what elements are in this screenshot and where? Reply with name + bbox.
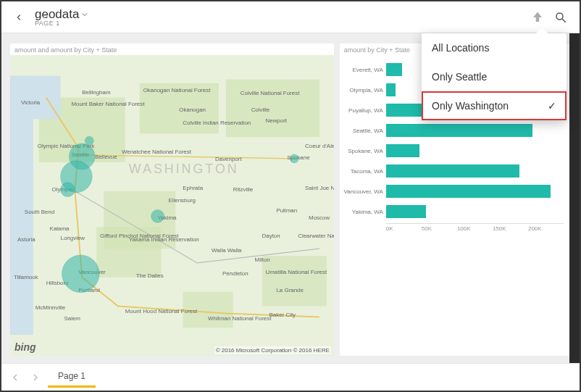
page-tab[interactable]: Page 1 bbox=[48, 367, 96, 388]
search-icon[interactable] bbox=[549, 6, 572, 29]
svg-text:Ephrata: Ephrata bbox=[183, 185, 203, 191]
svg-text:Davenport: Davenport bbox=[215, 156, 242, 162]
check-icon: ✓ bbox=[548, 100, 556, 112]
svg-text:Whitman National Forest: Whitman National Forest bbox=[208, 315, 272, 322]
dropdown-item-all[interactable]: All Locations bbox=[422, 33, 567, 62]
bubble-olympia bbox=[61, 183, 75, 197]
svg-text:The Dalles: The Dalles bbox=[136, 272, 164, 279]
map-area[interactable]: WASHINGTON Bellingham Okanogan National … bbox=[10, 55, 334, 356]
svg-text:Bellingham: Bellingham bbox=[82, 89, 111, 96]
bar-row: Vancouver, WA bbox=[343, 183, 564, 200]
dropdown-label: All Locations bbox=[432, 42, 489, 54]
prev-page-button[interactable] bbox=[7, 370, 23, 385]
dropdown-pointer bbox=[536, 28, 548, 33]
svg-text:Milton: Milton bbox=[255, 257, 270, 263]
svg-text:Mount Hood National Forest: Mount Hood National Forest bbox=[125, 308, 198, 314]
header: geodata PAGE 1 bbox=[1, 1, 580, 33]
svg-rect-8 bbox=[262, 256, 327, 306]
svg-text:Kalama: Kalama bbox=[50, 225, 70, 232]
svg-text:Baker City: Baker City bbox=[269, 312, 296, 318]
svg-text:Yakama Indian Reservation: Yakama Indian Reservation bbox=[129, 236, 199, 243]
svg-text:Coeur d'Alene National Forest: Coeur d'Alene National Forest bbox=[305, 143, 334, 149]
svg-text:Wenatchee National Forest: Wenatchee National Forest bbox=[122, 149, 192, 155]
back-button[interactable] bbox=[9, 7, 29, 28]
map-svg: WASHINGTON Bellingham Okanogan National … bbox=[10, 55, 334, 356]
bubble-yakima bbox=[151, 209, 164, 222]
svg-text:Moscow: Moscow bbox=[309, 214, 330, 221]
bar-fill bbox=[386, 144, 420, 157]
bar-row: Spokane, WA bbox=[343, 142, 564, 159]
location-filter-dropdown: All Locations Only Seattle Only Washingt… bbox=[422, 33, 567, 120]
svg-text:Victoria: Victoria bbox=[21, 99, 41, 106]
map-attribution: © 2016 Microsoft Corporation © 2016 HERE bbox=[214, 346, 331, 354]
svg-text:Ellensburg: Ellensburg bbox=[168, 197, 196, 204]
svg-text:La Grande: La Grande bbox=[276, 287, 304, 293]
svg-rect-5 bbox=[226, 80, 319, 137]
svg-rect-11 bbox=[10, 76, 61, 120]
svg-text:Okanogan National Forest: Okanogan National Forest bbox=[143, 87, 211, 93]
svg-text:Tillamook: Tillamook bbox=[14, 274, 38, 280]
map-title: amount and amount by City + State bbox=[10, 43, 334, 55]
svg-text:Umatilla National Forest: Umatilla National Forest bbox=[265, 269, 327, 275]
footer: Page 1 bbox=[1, 363, 580, 391]
bubble-everett bbox=[85, 136, 93, 145]
svg-text:Newport: Newport bbox=[265, 117, 287, 124]
title-block[interactable]: geodata PAGE 1 bbox=[35, 8, 88, 27]
report-title: geodata bbox=[35, 8, 79, 20]
filter-icon[interactable] bbox=[526, 6, 549, 29]
svg-text:Dayton: Dayton bbox=[262, 233, 280, 239]
bar-fill bbox=[386, 164, 519, 178]
dropdown-item-washington[interactable]: Only Washington ✓ bbox=[422, 91, 567, 120]
svg-text:McMinnville: McMinnville bbox=[35, 304, 66, 311]
right-panel-edge bbox=[569, 33, 580, 363]
svg-text:South Bend: South Bend bbox=[25, 209, 54, 215]
next-page-button[interactable] bbox=[28, 370, 43, 385]
bar-row: Seattle, WA bbox=[343, 122, 564, 139]
svg-text:Walla Walla: Walla Walla bbox=[212, 247, 242, 254]
svg-text:Colville: Colville bbox=[251, 107, 270, 113]
page-subtitle: PAGE 1 bbox=[35, 20, 88, 27]
svg-text:Ritzville: Ritzville bbox=[233, 186, 254, 193]
svg-text:Colville Indian Reservation: Colville Indian Reservation bbox=[183, 120, 251, 126]
svg-text:Pendleton: Pendleton bbox=[222, 270, 248, 277]
bar-fill bbox=[386, 63, 402, 76]
bar-row: Tacoma, WA bbox=[343, 162, 564, 180]
dropdown-item-seattle[interactable]: Only Seattle bbox=[422, 62, 567, 91]
svg-point-0 bbox=[556, 13, 563, 20]
x-axis: 0K 50K 100K 150K 200K bbox=[386, 223, 564, 232]
bar-fill bbox=[386, 185, 551, 198]
bar-fill bbox=[386, 124, 532, 137]
bar-fill bbox=[386, 83, 396, 96]
dropdown-label: Only Washington bbox=[432, 100, 509, 112]
svg-text:Colville National Forest: Colville National Forest bbox=[241, 90, 300, 96]
bar-fill bbox=[386, 205, 426, 218]
svg-text:Longview: Longview bbox=[61, 235, 85, 241]
bubble-vancouver bbox=[62, 255, 99, 293]
page-tab-label: Page 1 bbox=[58, 371, 85, 381]
bubble-spokane bbox=[290, 154, 298, 163]
svg-text:Clearwater National Forest: Clearwater National Forest bbox=[298, 233, 334, 239]
svg-text:Astoria: Astoria bbox=[17, 236, 35, 243]
map-visual[interactable]: amount and amount by City + State bbox=[10, 43, 334, 356]
svg-text:Pullman: Pullman bbox=[276, 207, 297, 214]
state-label: WASHINGTON bbox=[129, 162, 239, 176]
svg-text:Mount Baker National Forest: Mount Baker National Forest bbox=[71, 101, 145, 107]
svg-line-1 bbox=[562, 19, 566, 22]
svg-text:Okanogan: Okanogan bbox=[179, 107, 206, 113]
svg-text:Bellevue: Bellevue bbox=[95, 154, 117, 160]
dropdown-label: Only Seattle bbox=[432, 71, 487, 83]
bar-row: Yakima, WA bbox=[343, 203, 564, 220]
chevron-down-icon bbox=[82, 8, 88, 20]
svg-text:Saint Joe National Forest: Saint Joe National Forest bbox=[305, 185, 334, 191]
bing-logo: bing bbox=[14, 341, 36, 353]
svg-text:Salem: Salem bbox=[64, 315, 80, 322]
